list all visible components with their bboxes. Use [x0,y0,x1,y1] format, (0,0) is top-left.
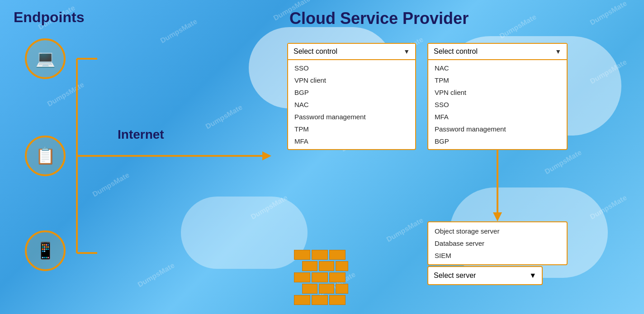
dropdown-item-mfa-right[interactable]: MFA [428,111,567,123]
brick [294,250,310,260]
dropdown-item-password-mgmt-right[interactable]: Password management [428,123,567,135]
brick [319,261,334,271]
dropdown-item-vpn-client-left[interactable]: VPN client [288,74,415,86]
dropdown-csp-controls[interactable]: Select control ▼ NAC TPM VPN client SSO … [427,43,568,150]
brick [312,295,328,305]
dropdown-endpoint-controls-header[interactable]: Select control ▼ [288,44,415,60]
phone-icon: 📱 [35,241,56,260]
dropdown-csp-controls-list: NAC TPM VPN client SSO MFA Password mana… [428,60,567,149]
dropdown-item-tpm-right[interactable]: TPM [428,74,567,86]
main-content: Endpoints 💻 📋 📱 Internet Cloud Service P… [0,0,644,314]
firewall [294,250,348,305]
brick [302,261,317,271]
dropdown-endpoint-controls-list: SSO VPN client BGP NAC Password manageme… [288,60,415,149]
csp-title: Cloud Service Provider [289,9,469,28]
endpoints-title: Endpoints [14,9,84,26]
brick [294,272,310,282]
brick [329,272,346,282]
brick [336,261,348,271]
firewall-row-5 [294,295,348,305]
select-server-dropdown[interactable]: Select server ▼ [427,266,543,285]
server-item-object-storage: Object storage server [428,225,567,237]
dropdown-item-sso-right[interactable]: SSO [428,98,567,111]
dropdown-item-bgp-left[interactable]: BGP [288,86,415,98]
brick [336,284,348,294]
endpoint-tablet: 📋 [25,136,66,176]
brick [329,295,346,305]
dropdown-endpoint-controls-chevron: ▼ [403,48,410,55]
dropdown-item-mfa-left[interactable]: MFA [288,135,415,147]
dropdown-item-vpn-client-right[interactable]: VPN client [428,86,567,98]
select-server-label: Select server [434,272,476,280]
firewall-row-2 [302,261,348,271]
firewall-row-1 [294,250,348,260]
dropdown-csp-controls-chevron: ▼ [555,48,561,55]
select-server-chevron: ▼ [529,272,536,280]
laptop-icon: 💻 [35,49,56,68]
dropdown-item-bgp-right[interactable]: BGP [428,135,567,147]
dropdown-item-password-mgmt-left[interactable]: Password management [288,111,415,123]
server-item-siem: SIEM [428,249,567,262]
dropdown-endpoint-controls-label: Select control [294,47,337,56]
dropdown-item-nac-right[interactable]: NAC [428,62,567,74]
tablet-icon: 📋 [35,146,56,165]
brick [312,272,328,282]
dropdown-endpoint-controls[interactable]: Select control ▼ SSO VPN client BGP NAC … [287,43,416,150]
brick [302,284,317,294]
brick [312,250,328,260]
dropdown-item-sso-left[interactable]: SSO [288,62,415,74]
dropdown-item-tpm-left[interactable]: TPM [288,123,415,135]
endpoint-laptop: 💻 [25,38,66,79]
firewall-row-4 [302,284,348,294]
brick [294,295,310,305]
brick [329,250,346,260]
dropdown-item-nac-left[interactable]: NAC [288,98,415,111]
server-item-database: Database server [428,237,567,249]
endpoint-phone: 📱 [25,230,66,271]
dropdown-csp-controls-label: Select control [434,47,478,56]
internet-label: Internet [118,127,164,142]
server-list-items: Object storage server Database server SI… [428,222,567,264]
brick [319,284,334,294]
server-list-box: Object storage server Database server SI… [427,221,568,265]
firewall-row-3 [294,272,348,282]
dropdown-csp-controls-header[interactable]: Select control ▼ [428,44,567,60]
